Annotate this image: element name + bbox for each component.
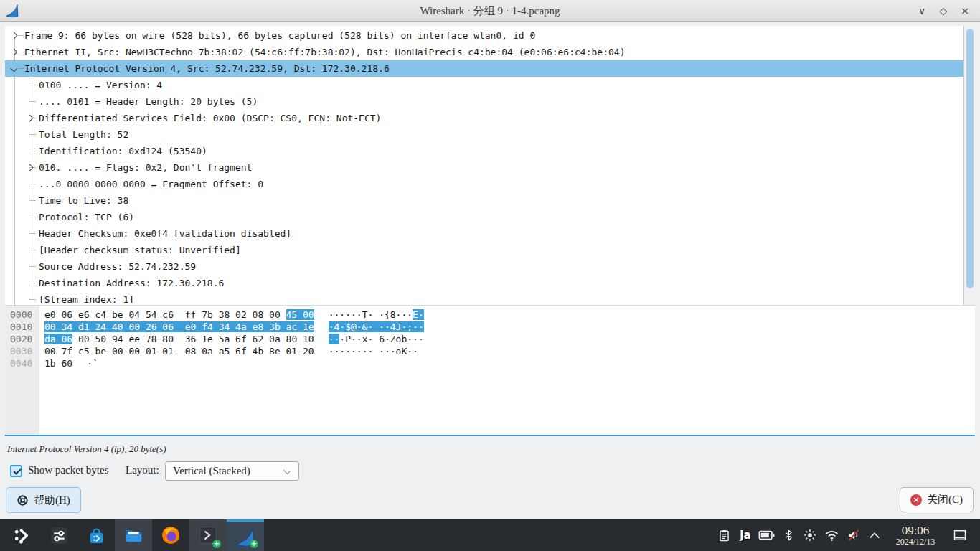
tree-row[interactable]: Destination Address: 172.30.218.6: [5, 275, 963, 291]
volume-muted-icon[interactable]: [842, 528, 864, 542]
tray-expand-chevron-icon[interactable]: [864, 531, 885, 540]
tree-row-label: .... 0101 = Header Length: 20 bytes (5): [39, 96, 258, 107]
hex-row[interactable]: 0000e0 06 e6 c4 be 04 54 c6 ff 7b 38 02 …: [5, 309, 975, 321]
shade-window-icon[interactable]: ∨: [911, 5, 933, 17]
settings-sliders-icon: [50, 526, 69, 545]
tree-row-label: Ethernet II, Src: NewH3CTechno_7b:38:02 …: [24, 47, 625, 57]
firefox-icon: [161, 525, 181, 545]
tree-row[interactable]: [Stream index: 1]: [5, 291, 963, 308]
help-button-label: 帮助(H): [34, 494, 70, 507]
tree-row[interactable]: .... 0101 = Header Length: 20 bytes (5): [5, 93, 963, 110]
tree-row[interactable]: Differentiated Services Field: 0x00 (DSC…: [5, 110, 963, 126]
expand-icon[interactable]: [27, 115, 34, 122]
tree-row[interactable]: Frame 9: 66 bytes on wire (528 bits), 66…: [5, 27, 963, 44]
folder-icon: [123, 525, 143, 545]
hex-offset: 0010: [5, 321, 39, 332]
clock-date: 2024/12/13: [888, 537, 943, 547]
tree-row-label: Frame 9: 66 bytes on wire (528 bits), 66…: [24, 30, 535, 41]
close-button[interactable]: × 关闭(C): [900, 487, 974, 512]
launcher-icon: [12, 526, 32, 545]
show-packet-bytes-checkbox[interactable]: [10, 465, 22, 477]
tree-row[interactable]: Time to Live: 38: [5, 192, 963, 209]
show-packet-bytes-label[interactable]: Show packet bytes: [28, 464, 108, 476]
ascii-bytes[interactable]: ······T· ·{8···E·: [329, 309, 424, 320]
tree-row[interactable]: Source Address: 52.74.232.59: [5, 258, 963, 275]
tree-scrollbar[interactable]: [963, 26, 975, 305]
controls-row: Show packet bytes Layout: Vertical (Stac…: [0, 461, 980, 481]
tree-row-label: [Stream index: 1]: [39, 294, 134, 305]
show-desktop-button[interactable]: [946, 529, 974, 542]
tree-row[interactable]: [Header checksum status: Unverified]: [5, 242, 963, 258]
new-window-badge: +: [212, 540, 221, 548]
tree-row-label: [Header checksum status: Unverified]: [39, 245, 241, 255]
window-title: Wireshark · 分组 9 · 1-4.pcapng: [0, 0, 980, 22]
tree-row[interactable]: Ethernet II, Src: NewH3CTechno_7b:38:02 …: [5, 44, 963, 60]
close-red-icon: ×: [910, 494, 922, 506]
tree-scrollbar-thumb[interactable]: [966, 29, 974, 288]
app-launcher-button[interactable]: [3, 519, 40, 551]
input-method-indicator[interactable]: ja: [735, 529, 756, 542]
tree-row-label: Source Address: 52.74.232.59: [39, 261, 196, 272]
packet-dialog: Frame 9: 66 bytes on wire (528 bits), 66…: [0, 22, 980, 519]
hex-row[interactable]: 0020da 06 00 50 94 ee 78 80 36 1e 5a 6f …: [5, 333, 975, 345]
tree-row-label: ...0 0000 0000 0000 = Fragment Offset: 0: [39, 179, 263, 189]
hex-bytes[interactable]: 00 7f c5 be 00 00 01 01 08 0a a5 6f 4b 8…: [44, 346, 314, 357]
bluetooth-icon[interactable]: [778, 528, 799, 542]
tree-row-label: Differentiated Services Field: 0x00 (DSC…: [39, 113, 381, 123]
tree-row[interactable]: 010. .... = Flags: 0x2, Don't fragment: [5, 159, 963, 176]
software-store-bag-icon: [87, 526, 106, 545]
hex-bytes[interactable]: 00 34 d1 24 40 00 26 06 e0 f4 34 4a e8 3…: [44, 321, 314, 332]
tree-row-label: 010. .... = Flags: 0x2, Don't fragment: [39, 162, 252, 173]
layout-dropdown[interactable]: Vertical (Stacked): [165, 461, 299, 481]
battery-icon[interactable]: [756, 529, 778, 542]
tree-row[interactable]: Protocol: TCP (6): [5, 209, 963, 225]
hex-bytes[interactable]: 1b 60: [44, 358, 72, 369]
collapse-icon[interactable]: [11, 65, 18, 72]
tree-row-label: Identification: 0xd124 (53540): [39, 146, 207, 156]
layout-label: Layout:: [126, 464, 159, 476]
close-button-label: 关闭(C): [927, 493, 963, 507]
ascii-bytes[interactable]: ···P··x· 6·Zob···: [329, 334, 424, 344]
tree-row-label: Time to Live: 38: [39, 195, 128, 206]
close-window-icon[interactable]: ×: [954, 5, 976, 17]
tree-row[interactable]: Internet Protocol Version 4, Src: 52.74.…: [5, 60, 963, 77]
software-store-button[interactable]: [77, 519, 115, 551]
tree-row-label: Header Checksum: 0xe0f4 [validation disa…: [39, 228, 291, 239]
expand-icon[interactable]: [11, 49, 18, 56]
clock[interactable]: 09:06 2024/12/13: [888, 524, 943, 546]
maximize-window-icon[interactable]: ◇: [933, 5, 954, 17]
tree-row[interactable]: Total Length: 52: [5, 126, 963, 143]
tree-row[interactable]: Header Checksum: 0xe0f4 [validation disa…: [5, 225, 963, 242]
brightness-icon[interactable]: [799, 528, 821, 542]
ascii-bytes[interactable]: ·4·$@·&· ··4J·;··: [329, 321, 424, 332]
wireshark-task-button[interactable]: +: [227, 519, 264, 551]
settings-button[interactable]: [40, 519, 77, 551]
expand-icon[interactable]: [27, 164, 34, 171]
terminal-button[interactable]: +: [189, 519, 227, 551]
tree-row[interactable]: 0100 .... = Version: 4: [5, 77, 963, 93]
tree-row-label: Protocol: TCP (6): [39, 212, 134, 222]
clock-time: 09:06: [888, 524, 943, 537]
file-manager-button[interactable]: [115, 519, 152, 551]
hex-offset: 0030: [5, 346, 39, 357]
packet-bytes-pane: 0000e0 06 e6 c4 be 04 54 c6 ff 7b 38 02 …: [5, 306, 975, 436]
ascii-bytes[interactable]: ········ ···oK··: [329, 346, 418, 357]
hex-row[interactable]: 00401b 60·`: [5, 357, 975, 369]
taskbar: + + ja 09:06: [0, 519, 980, 551]
hex-offset: 0000: [5, 309, 39, 320]
hex-row[interactable]: 001000 34 d1 24 40 00 26 06 e0 f4 34 4a …: [5, 321, 975, 333]
hex-row[interactable]: 003000 7f c5 be 00 00 01 01 08 0a a5 6f …: [5, 345, 975, 357]
help-buoy-icon: [17, 494, 29, 507]
ascii-bytes[interactable]: ·`: [87, 358, 98, 369]
wifi-icon[interactable]: [821, 529, 842, 542]
firefox-button[interactable]: [152, 519, 189, 551]
titlebar: Wireshark · 分组 9 · 1-4.pcapng ∨ ◇ ×: [0, 0, 980, 22]
help-button[interactable]: 帮助(H): [6, 487, 81, 513]
hex-bytes[interactable]: e0 06 e6 c4 be 04 54 c6 ff 7b 38 02 08 0…: [44, 309, 314, 320]
tree-children: 0100 .... = Version: 4.... 0101 = Header…: [5, 77, 963, 308]
clipboard-tray-icon[interactable]: [713, 529, 735, 542]
hex-bytes[interactable]: da 06 00 50 94 ee 78 80 36 1e 5a 6f 62 0…: [44, 334, 314, 344]
tree-row[interactable]: Identification: 0xd124 (53540): [5, 143, 963, 159]
expand-icon[interactable]: [11, 32, 18, 39]
tree-row[interactable]: ...0 0000 0000 0000 = Fragment Offset: 0: [5, 176, 963, 192]
